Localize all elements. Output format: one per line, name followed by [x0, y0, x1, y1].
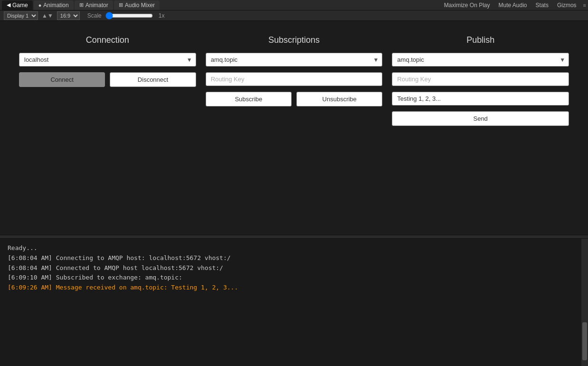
console-line-0: Ready... [8, 243, 580, 253]
sub-exchange-wrapper: amq.topic ▼ [206, 53, 383, 67]
console-line-4: [6:09:26 AM] Message received on amq.top… [8, 283, 580, 293]
tab-animation[interactable]: ● Animation [34, 0, 74, 10]
aspect-select[interactable]: 16:9 [57, 11, 80, 20]
connection-host-wrapper: localhost ▼ [19, 53, 196, 67]
connection-title: Connection [86, 35, 129, 45]
connect-button[interactable]: Connect [19, 72, 105, 87]
tab-game-label: Game [12, 2, 28, 9]
top-bar: ◀ Game ● Animation ⊞ Animator ⊞ Audio Mi… [0, 0, 588, 10]
console-text-0: Ready... [8, 244, 38, 251]
console-scrollbar[interactable] [581, 239, 588, 366]
tab-animator[interactable]: ⊞ Animator [75, 0, 113, 10]
connection-column: Connection localhost ▼ Connect Disconnec… [19, 35, 196, 126]
connection-buttons: Connect Disconnect [19, 72, 196, 87]
sub-buttons: Subscribe Unsubscribe [206, 92, 383, 106]
stats-button[interactable]: Stats [532, 1, 552, 9]
console-scrollbar-thumb[interactable] [582, 322, 587, 360]
tab-animator-label: Animator [85, 2, 108, 9]
maximize-on-play-button[interactable]: Maximize On Play [440, 1, 494, 9]
gizmos-button[interactable]: Gizmos [553, 1, 580, 9]
subscriptions-column: Subscriptions amq.topic ▼ Subscribe Unsu… [206, 35, 383, 126]
pub-exchange-wrapper: amq.topic ▼ [392, 53, 569, 67]
console-text-3: [6:09:10 AM] Subscribed to exchange: amq… [8, 274, 182, 281]
arrow-icon: ▲▼ [42, 12, 53, 19]
sub-exchange-select[interactable]: amq.topic [206, 53, 383, 67]
audio-icon: ⊞ [119, 2, 123, 8]
unsubscribe-button[interactable]: Unsubscribe [296, 92, 382, 106]
console-line-2: [6:08:04 AM] Connected to AMQP host loca… [8, 263, 580, 273]
send-button[interactable]: Send [392, 111, 569, 126]
pub-routing-key-input[interactable] [392, 72, 569, 86]
mute-audio-button[interactable]: Mute Audio [495, 1, 531, 9]
tab-animation-label: Animation [43, 2, 68, 9]
panel-divider [0, 235, 588, 239]
scale-slider[interactable] [105, 12, 153, 19]
connection-host-select[interactable]: localhost [19, 53, 196, 67]
pub-exchange-select[interactable]: amq.topic [392, 53, 569, 67]
console-line-3: [6:09:10 AM] Subscribed to exchange: amq… [8, 273, 580, 283]
sub-routing-key-input[interactable] [206, 72, 383, 86]
publish-column: Publish amq.topic ▼ Send [392, 35, 569, 126]
tab-audio-mixer[interactable]: ⊞ Audio Mixer [114, 0, 160, 10]
second-bar: Display 1 ▲▼ 16:9 Scale 1x [0, 10, 588, 21]
publish-title: Publish [466, 35, 494, 45]
display-select[interactable]: Display 1 [4, 11, 38, 20]
subscriptions-title: Subscriptions [268, 35, 320, 45]
pub-message-input[interactable] [392, 92, 569, 106]
console-line-1: [6:08:04 AM] Connecting to AMQP host: lo… [8, 253, 580, 263]
console-text-1: [6:08:04 AM] Connecting to AMQP host: lo… [8, 254, 231, 261]
tab-game[interactable]: ◀ Game [2, 0, 33, 10]
columns-area: Connection localhost ▼ Connect Disconnec… [0, 21, 588, 135]
subscribe-button[interactable]: Subscribe [206, 92, 292, 106]
console-text-4: [6:09:26 AM] Message received on amq.top… [8, 284, 238, 291]
animator-icon: ⊞ [79, 2, 84, 8]
console-area: Ready... [6:08:04 AM] Connecting to AMQP… [0, 239, 588, 366]
tab-audio-label: Audio Mixer [125, 2, 155, 9]
disconnect-button[interactable]: Disconnect [110, 72, 196, 87]
scale-value: 1x [159, 12, 165, 19]
menu-icon[interactable]: ≡ [583, 2, 586, 8]
top-bar-right: Maximize On Play Mute Audio Stats Gizmos… [440, 1, 586, 9]
console-text-2: [6:08:04 AM] Connected to AMQP host loca… [8, 264, 223, 271]
game-icon: ◀ [7, 2, 10, 8]
scale-label: Scale [87, 12, 102, 19]
game-panel: Connection localhost ▼ Connect Disconnec… [0, 21, 588, 235]
animation-icon: ● [38, 2, 42, 8]
